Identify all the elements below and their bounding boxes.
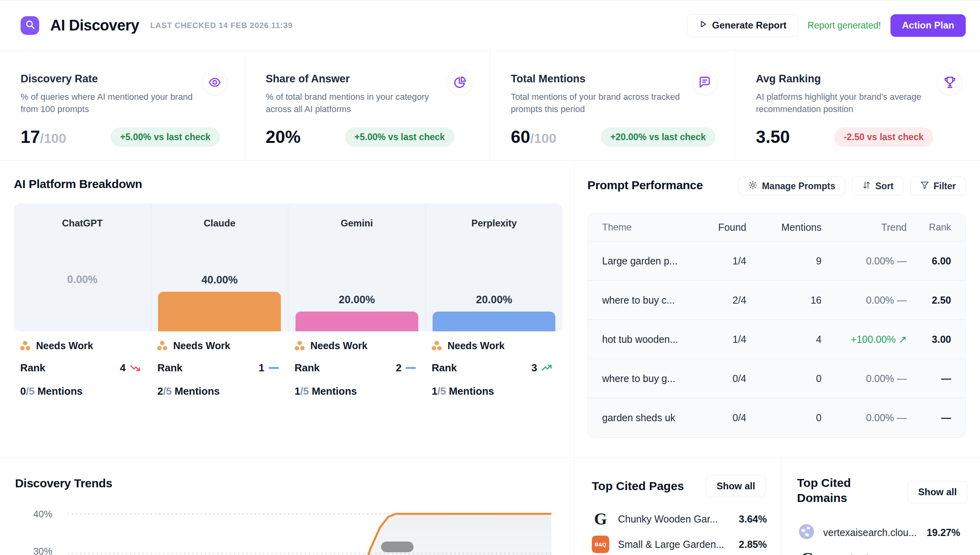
- g-favicon: G: [799, 550, 816, 555]
- cited-domain-value: 19.27%: [927, 527, 960, 538]
- cell-mentions: 4: [746, 334, 822, 345]
- kpi-delta-badge: +20.00% vs last check: [601, 127, 715, 147]
- cell-theme: where to buy c...: [602, 295, 687, 306]
- kpi-title: Total Mentions: [511, 73, 716, 85]
- app-header: AI Discovery LAST CHECKED 14 FEB 2026 11…: [0, 0, 980, 51]
- top-cited-pages-show-all-button[interactable]: Show all: [706, 475, 766, 497]
- last-checked-timestamp: LAST CHECKED 14 FEB 2026 11:39: [150, 21, 293, 30]
- mentions-count: 0: [20, 385, 26, 397]
- top-cited-domains-show-all-button[interactable]: Show all: [908, 481, 967, 503]
- cell-found: 1/4: [687, 334, 746, 345]
- needs-work-icon: [295, 341, 305, 351]
- manage-prompts-label: Manage Prompts: [762, 181, 835, 192]
- cell-rank: —: [907, 373, 951, 384]
- kpi-description: % of queries where AI mentioned your bra…: [21, 91, 203, 115]
- kpi-delta-badge: +5.00% vs last check: [111, 127, 220, 147]
- action-plan-button[interactable]: Action Plan: [890, 14, 966, 37]
- platform-bar: [433, 312, 555, 331]
- platform-name: Perplexity: [426, 218, 563, 229]
- cell-theme: hot tub wooden...: [602, 334, 687, 345]
- platform-status-row: Needs Work Rank 4 0/5 Mentions Needs Wor…: [14, 331, 562, 397]
- trend-flat-icon: [406, 367, 416, 369]
- g-favicon: G: [592, 511, 609, 527]
- trend-down-icon: [130, 364, 141, 373]
- cell-found: 1/4: [687, 255, 746, 267]
- platform-status-label: Needs Work: [36, 340, 93, 352]
- mentions-count: 1: [432, 385, 437, 397]
- mentions-label: Mentions: [37, 385, 82, 397]
- mentions-denominator: /5: [437, 385, 446, 397]
- mentions-denominator: /5: [163, 385, 172, 397]
- rank-value: 3: [532, 362, 537, 374]
- prompt-performance-table: Theme Found Mentions Trend Rank Large ga…: [587, 213, 966, 438]
- cell-trend: 0.00% —: [822, 373, 907, 384]
- platform-status-gemini: Needs Work Rank 2 1/5 Mentions: [288, 331, 425, 397]
- kpi-cards-row: Discovery Rate % of queries where AI men…: [0, 51, 980, 161]
- filter-funnel-icon: [920, 181, 929, 192]
- column-header-trend: Trend: [822, 222, 907, 233]
- table-row[interactable]: hot tub wooden... 1/4 4 +100.00% ↗ 3.00: [588, 319, 965, 359]
- kpi-card-total-mentions: Total Mentions Total mentions of your br…: [490, 51, 736, 160]
- cell-rank: 3.00: [907, 334, 951, 345]
- cited-page-label: Small & Large Garden...: [618, 539, 724, 550]
- generate-report-button[interactable]: Generate Report: [687, 14, 798, 37]
- cited-page-value: 3.64%: [739, 513, 767, 525]
- gear-icon: [748, 181, 757, 192]
- sort-label: Sort: [875, 181, 894, 192]
- trend-flat-icon: [269, 367, 279, 369]
- cited-page-row[interactable]: G Chunky Wooden Gar... 3.64%: [592, 509, 767, 529]
- manage-prompts-button[interactable]: Manage Prompts: [738, 177, 845, 196]
- table-header-row: Theme Found Mentions Trend Rank: [588, 213, 965, 241]
- kpi-delta-badge: -2.50 vs last check: [834, 127, 933, 147]
- filter-label: Filter: [934, 181, 956, 192]
- kpi-card-avg-ranking: Avg Ranking AI platforms highlight your …: [735, 51, 980, 160]
- chart-scrollbar-thumb[interactable]: [381, 542, 414, 552]
- table-row[interactable]: where to buy c... 2/4 16 0.00% — 2.50: [588, 280, 965, 319]
- cited-page-row[interactable]: B&Q Small & Large Garden... 2.85%: [592, 534, 767, 555]
- rank-label: Rank: [157, 362, 183, 374]
- mentions-denominator: /5: [300, 385, 309, 397]
- kpi-description: Total mentions of your brand across trac…: [511, 91, 693, 115]
- kpi-value-suffix: /100: [40, 131, 66, 146]
- generate-report-label: Generate Report: [712, 20, 787, 31]
- cell-theme: where to buy g...: [602, 373, 687, 384]
- sort-button[interactable]: Sort: [852, 177, 904, 196]
- kpi-value: 60: [511, 127, 530, 146]
- kpi-delta-badge: +5.00% vs last check: [345, 127, 454, 147]
- chat-bubble-icon: [692, 70, 717, 95]
- kpi-title: Avg Ranking: [756, 73, 961, 85]
- platform-column-gemini: Gemini 20.00%: [288, 203, 426, 331]
- table-row[interactable]: Large garden p... 1/4 9 0.00% — 6.00: [588, 241, 965, 280]
- needs-work-icon: [157, 341, 168, 351]
- kpi-value: 20%: [266, 127, 301, 146]
- table-row[interactable]: garden sheds uk 0/4 0 0.00% — —: [588, 398, 965, 437]
- platform-status-label: Needs Work: [311, 340, 368, 352]
- platform-status-chatgpt: Needs Work Rank 4 0/5 Mentions: [14, 331, 151, 397]
- rank-value: 1: [259, 362, 264, 374]
- platform-name: Claude: [151, 218, 288, 229]
- cell-mentions: 0: [746, 412, 822, 424]
- cell-trend: 0.00% —: [822, 295, 907, 306]
- platform-status-perplexity: Needs Work Rank 3 1/5 Mentions: [425, 331, 562, 397]
- cited-page-label: Chunky Wooden Gar...: [618, 513, 718, 525]
- cell-trend: 0.00% —: [822, 412, 907, 424]
- platform-share-label: 20.00%: [339, 294, 375, 306]
- top-cited-pages-title: Top Cited Pages: [592, 479, 687, 494]
- cell-trend: 0.00% —: [822, 255, 907, 267]
- column-header-found: Found: [687, 222, 746, 233]
- needs-work-icon: [432, 341, 442, 351]
- cell-found: 0/4: [687, 373, 746, 384]
- report-status-text: Report generated!: [808, 20, 881, 31]
- cell-found: 0/4: [687, 412, 746, 424]
- column-header-theme: Theme: [602, 222, 687, 233]
- cited-domain-row[interactable]: G ...production... 5.02%: [799, 548, 960, 555]
- kpi-value: 3.50: [756, 127, 790, 146]
- filter-button[interactable]: Filter: [910, 177, 966, 196]
- bq-favicon: B&Q: [592, 536, 609, 553]
- cited-panels-divider: [781, 458, 781, 555]
- rank-value: 2: [396, 362, 401, 374]
- cell-found: 2/4: [687, 295, 746, 306]
- cited-domain-row[interactable]: vertexaisearch.clou... 19.27%: [799, 522, 960, 543]
- main-column-divider: [574, 161, 575, 555]
- table-row[interactable]: where to buy g... 0/4 0 0.00% — —: [588, 359, 965, 398]
